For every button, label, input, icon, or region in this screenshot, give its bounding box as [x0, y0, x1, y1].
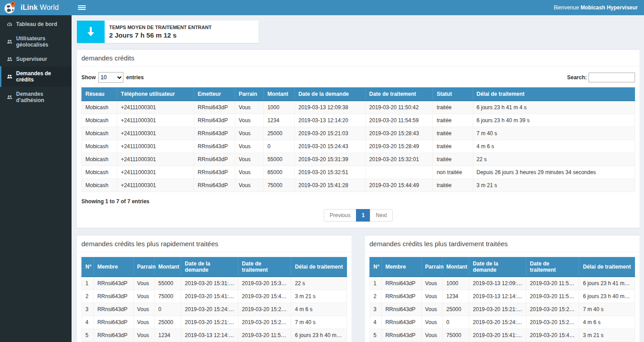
column-header[interactable]: N°	[370, 257, 382, 277]
table-cell: +24111000301	[117, 179, 194, 192]
sidebar-item-demandes-adhesion[interactable]: Demandes d'adhésion	[0, 87, 72, 107]
table-cell: 1234	[263, 114, 294, 127]
column-header[interactable]: Parrain	[133, 257, 154, 277]
column-header[interactable]: Date de la demande	[469, 257, 526, 277]
sidebar-item-utilisateurs-geolocalises[interactable]: Utilisateurs géolocalisés	[0, 31, 72, 52]
table-cell: 2019-03-20 15:28:43	[238, 316, 291, 329]
table-cell: +24111000301	[117, 127, 194, 140]
table-row: 3RRnsi643dPVous02019-03-20 15:24:432019-…	[82, 303, 347, 316]
table-info: Showing 1 to 7 of 7 entries	[81, 197, 635, 206]
search-input[interactable]	[589, 73, 635, 82]
table-cell: 2019-03-20 15:41:28	[181, 290, 238, 303]
table-row: 5RRnsi643dPVous750002019-03-20 15:41:282…	[370, 329, 635, 342]
table-cell: 2019-03-20 15:31:39	[181, 277, 238, 290]
table-cell: Vous	[235, 179, 263, 192]
page-1-button[interactable]: 1	[356, 209, 371, 222]
table-cell: 0	[155, 303, 181, 316]
table-cell: RRnsi643dP	[194, 153, 235, 166]
brand[interactable]: iLink World	[0, 0, 72, 15]
column-header[interactable]: Emetteur	[194, 88, 235, 101]
credits-table-header-row: RéseauTéléphone utilisateurEmetteurParra…	[82, 88, 635, 101]
sidebar-toggle-hamburger-icon[interactable]	[78, 5, 86, 10]
table-cell: 1	[370, 277, 382, 290]
table-cell: +24111000301	[117, 114, 194, 127]
table-cell	[365, 166, 433, 179]
table-cell: +24111000301	[117, 153, 194, 166]
column-header[interactable]: Montant	[263, 88, 294, 101]
table-cell: RRnsi643dP	[194, 114, 235, 127]
column-header[interactable]: Date de traitement	[365, 88, 433, 101]
table-cell: Mobicash	[82, 140, 117, 153]
column-header[interactable]: Parrain	[421, 257, 442, 277]
column-header[interactable]: Date de la demande	[295, 88, 365, 101]
sidebar-item-demandes-de-credits[interactable]: Demandes de crédits	[0, 66, 72, 87]
column-header[interactable]: Parrain	[235, 88, 263, 101]
sidebar: Tableau de bord Utilisateurs géolocalisé…	[0, 15, 72, 342]
column-header[interactable]: Délai de traitement	[291, 257, 347, 277]
table-cell: 5	[370, 329, 382, 342]
table-cell: Vous	[235, 140, 263, 153]
table-cell: RRnsi643dP	[93, 329, 133, 342]
credits-table: RéseauTéléphone utilisateurEmetteurParra…	[81, 87, 635, 192]
column-header[interactable]: Date de la demande	[181, 257, 238, 277]
table-cell: 1234	[155, 329, 181, 342]
table-cell: 2	[370, 290, 382, 303]
column-header[interactable]: Réseau	[82, 88, 117, 101]
next-page-button[interactable]: Next	[370, 209, 393, 222]
credits-panel: demandes crédits Show 10 entries Search:	[77, 49, 640, 228]
column-header[interactable]: Téléphone utilisateur	[117, 88, 194, 101]
table-cell: 2019-03-20 15:24:43	[295, 140, 365, 153]
table-cell: RRnsi643dP	[194, 140, 235, 153]
table-cell: Vous	[421, 316, 442, 329]
table-cell: 2019-03-13 12:14:20	[295, 114, 365, 127]
table-cell: 25000	[443, 303, 469, 316]
table-row: 3RRnsi643dPVous250002019-03-20 15:21:032…	[370, 303, 635, 316]
column-header[interactable]: Date de traitement	[238, 257, 291, 277]
navbar: Bienvenue Mobicash Hyperviseur	[72, 0, 644, 15]
dashboard-icon	[7, 21, 13, 27]
table-cell: 2019-03-13 12:14:20	[181, 329, 238, 342]
table-cell: 7 m 40 s	[579, 303, 635, 316]
table-cell: 4	[82, 316, 94, 329]
column-header[interactable]: Montant	[155, 257, 181, 277]
ilink-globe-pin-logo-icon	[4, 1, 17, 14]
column-header[interactable]: Membre	[381, 257, 421, 277]
sidebar-item-label: Superviseur	[16, 56, 47, 62]
previous-page-button[interactable]: Previous	[324, 209, 356, 222]
table-cell: Mobicash	[82, 179, 117, 192]
sidebar-item-superviseur[interactable]: Superviseur	[0, 52, 72, 66]
table-row: Mobicash+24111000301RRnsi643dPVous123420…	[82, 114, 635, 127]
table-cell: 2019-03-20 15:32:01	[238, 277, 291, 290]
column-header[interactable]: N°	[82, 257, 94, 277]
table-cell: 1000	[443, 277, 469, 290]
table-cell: RRnsi643dP	[93, 277, 133, 290]
column-header[interactable]: Délai de traitement	[473, 88, 635, 101]
table-cell: 25000	[155, 316, 181, 329]
table-cell: RRnsi643dP	[194, 101, 235, 114]
stat-value: 2 Jours 7 h 56 m 12 s	[109, 31, 212, 39]
table-cell: Vous	[421, 277, 442, 290]
table-cell: +24111000301	[117, 101, 194, 114]
sidebar-item-label: Tableau de bord	[16, 21, 57, 27]
table-cell: 2019-03-20 11:54:59	[526, 290, 579, 303]
column-header[interactable]: Membre	[93, 257, 133, 277]
table-cell: Mobicash	[82, 101, 117, 114]
column-header[interactable]: Montant	[443, 257, 469, 277]
column-header[interactable]: Statut	[433, 88, 473, 101]
table-cell: Vous	[133, 303, 154, 316]
table-cell: 2019-03-20 15:21:03	[295, 127, 365, 140]
table-cell: 6 jours 23 h 40 m 39 s	[473, 114, 635, 127]
sidebar-item-dashboard[interactable]: Tableau de bord	[0, 17, 72, 31]
entries-label: entries	[126, 74, 144, 81]
table-cell: 2019-03-20 11:54:59	[365, 114, 433, 127]
table-cell: 2019-03-20 15:21:03	[469, 303, 526, 316]
column-header[interactable]: Délai de traitement	[579, 257, 635, 277]
table-cell: Vous	[133, 290, 154, 303]
table-cell: 75000	[443, 329, 469, 342]
page-length-select[interactable]: 10	[98, 72, 123, 83]
brand-title: iLink World	[21, 4, 59, 12]
column-header[interactable]: Date de traitement	[526, 257, 579, 277]
table-row: Mobicash+24111000301RRnsi643dPVous650002…	[82, 166, 635, 179]
table-cell: 7 m 40 s	[291, 316, 347, 329]
page-length-control: Show 10 entries	[81, 72, 144, 83]
